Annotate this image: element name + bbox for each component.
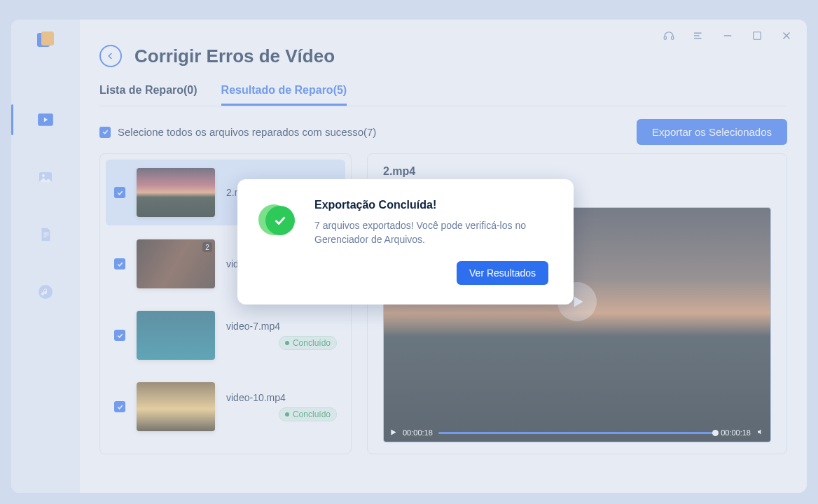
dialog-title: Exportação Concluída!	[314, 199, 548, 211]
view-results-button[interactable]: Ver Resultados	[457, 261, 548, 285]
success-icon	[263, 203, 296, 237]
dialog-body: Exportação Concluída! 7 arquivos exporta…	[314, 199, 548, 285]
modal-overlay: Exportação Concluída! 7 arquivos exporta…	[0, 0, 818, 504]
dialog-message: 7 arquivos exportados! Você pode verific…	[314, 218, 548, 247]
export-complete-dialog: Exportação Concluída! 7 arquivos exporta…	[237, 179, 574, 304]
